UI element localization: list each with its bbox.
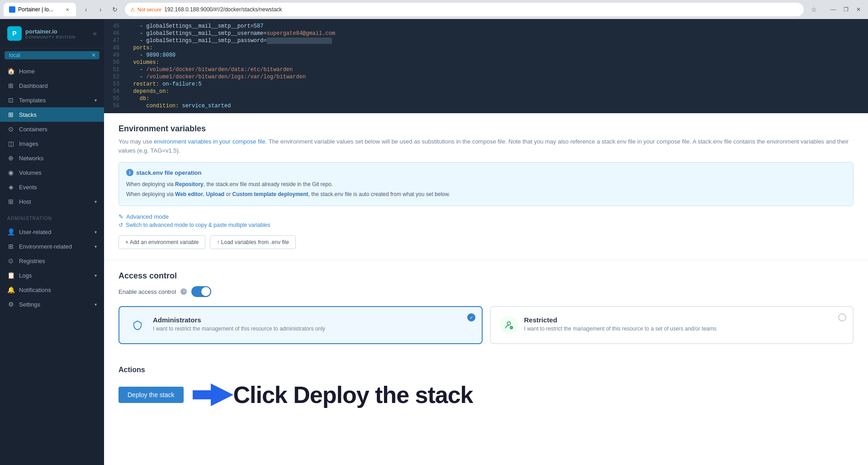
- access-cards-container: Administrators I want to restrict the ma…: [119, 306, 854, 344]
- restore-button[interactable]: ❐: [840, 4, 852, 15]
- sidebar-item-images[interactable]: ◫ Images: [0, 136, 104, 151]
- toggle-track[interactable]: [191, 286, 211, 297]
- info-circle-icon: i: [126, 169, 133, 176]
- restricted-card[interactable]: Restricted I want to restrict the manage…: [490, 306, 854, 344]
- close-window-button[interactable]: ✕: [853, 4, 864, 15]
- admin-card-icon: [128, 316, 147, 334]
- admin-card-radio[interactable]: [467, 313, 475, 321]
- access-control-title: Access control: [119, 271, 854, 281]
- sidebar-item-containers[interactable]: ⊙ Containers: [0, 122, 104, 136]
- env-variables-section: Environment variables You may use enviro…: [104, 113, 868, 260]
- add-env-variable-button[interactable]: + Add an environment variable: [119, 235, 205, 249]
- restricted-card-icon: [500, 316, 518, 334]
- sidebar-item-env-related[interactable]: ⊞ Environment-related ▾: [0, 239, 104, 254]
- enable-access-control-row: Enable access control ?: [119, 286, 854, 297]
- stackenv-info-box: i stack.env file operation When deployin…: [119, 162, 854, 206]
- security-icon: ⚠: [130, 7, 135, 13]
- sidebar-item-templates[interactable]: ⊡ Templates ▾: [0, 93, 104, 107]
- sidebar-label-home: Home: [19, 68, 35, 75]
- sidebar-item-stacks[interactable]: ⊞ Stacks: [0, 107, 104, 122]
- administrators-card[interactable]: Administrators I want to restrict the ma…: [119, 306, 483, 344]
- sidebar-item-home[interactable]: 🏠 Home: [0, 64, 104, 78]
- dashboard-icon: ⊞: [7, 82, 14, 89]
- code-line-54: 54 depends_on:: [104, 88, 868, 95]
- forward-button[interactable]: ›: [94, 3, 107, 16]
- advanced-mode-text: Advanced mode: [126, 213, 169, 220]
- admin-card-title: Administrators: [153, 316, 325, 324]
- networks-icon: ⊕: [7, 154, 14, 162]
- settings-arrow-icon: ▾: [95, 302, 97, 307]
- sidebar-label-user-related: User-related: [19, 229, 52, 235]
- code-line-47: 47 - globalSettings__mail__smtp__passwor…: [104, 37, 868, 44]
- stacks-icon: ⊞: [7, 111, 14, 118]
- web-editor-link[interactable]: Web editor: [175, 191, 203, 197]
- code-line-55: 55 db:: [104, 95, 868, 102]
- admin-card-text: Administrators I want to restrict the ma…: [153, 316, 325, 332]
- templates-arrow-icon: ▾: [95, 98, 97, 103]
- main-nav: 🏠 Home ⊞ Dashboard ⊡ Templates ▾ ⊞ Stack…: [0, 62, 104, 211]
- sidebar-item-user-related[interactable]: 👤 User-related ▾: [0, 225, 104, 239]
- code-editor: 45 - globalSettings__mail__smtp__port=58…: [104, 19, 868, 113]
- logo-area: P portainer.io COMMUNITY EDITION: [7, 26, 76, 41]
- env-compose-link[interactable]: environment variables in your compose fi…: [154, 138, 265, 145]
- arrow-svg: [193, 381, 233, 408]
- env-related-arrow-icon: ▾: [95, 244, 97, 249]
- sidebar-item-registries[interactable]: ⊙ Registries: [0, 254, 104, 268]
- sidebar-label-notifications: Notifications: [19, 287, 51, 293]
- access-control-section: Access control Enable access control ?: [104, 260, 868, 355]
- tab-title: Portainer | lo...: [18, 6, 53, 13]
- switch-mode-link[interactable]: ↺ Switch to advanced mode to copy & past…: [119, 222, 854, 228]
- admin-group-label: Administration: [0, 211, 104, 223]
- sidebar-label-images: Images: [19, 140, 38, 147]
- registries-icon: ⊙: [7, 257, 14, 264]
- sidebar-item-logs[interactable]: 📋 Logs ▾: [0, 268, 104, 283]
- volumes-icon: ◉: [7, 169, 14, 176]
- sidebar-item-host[interactable]: ⊞ Host ▾: [0, 194, 104, 209]
- home-icon: 🏠: [7, 67, 14, 75]
- browser-controls: ‹ › ↻: [80, 3, 121, 16]
- settings-icon: ⚙: [7, 301, 14, 308]
- user-related-arrow-icon: ▾: [95, 230, 97, 235]
- back-button[interactable]: ‹: [80, 3, 92, 16]
- upload-link[interactable]: Upload: [206, 191, 225, 197]
- info-box-title-text: stack.env file operation: [136, 169, 202, 176]
- main-content: 45 - globalSettings__mail__smtp__port=58…: [104, 19, 868, 465]
- env-buttons-row: + Add an environment variable ↑ Load var…: [119, 235, 854, 249]
- env-close-button[interactable]: ✕: [91, 52, 96, 58]
- templates-icon: ⊡: [7, 96, 14, 104]
- refresh-button[interactable]: ↻: [109, 3, 121, 16]
- sidebar-label-env-related: Environment-related: [19, 243, 72, 250]
- sidebar-item-volumes[interactable]: ◉ Volumes: [0, 165, 104, 180]
- deploy-stack-button[interactable]: Deploy the stack: [119, 387, 184, 403]
- admin-card-desc: I want to restrict the management of thi…: [153, 326, 325, 332]
- sidebar-item-notifications[interactable]: 🔔 Notifications: [0, 283, 104, 297]
- load-env-file-button[interactable]: ↑ Load variables from .env file: [210, 235, 295, 249]
- custom-template-link[interactable]: Custom template deployment: [232, 191, 308, 197]
- sidebar-item-dashboard[interactable]: ⊞ Dashboard: [0, 78, 104, 93]
- access-control-toggle[interactable]: [191, 286, 211, 297]
- sidebar-item-events[interactable]: ◈ Events: [0, 180, 104, 194]
- environment-badge[interactable]: local ✕: [5, 51, 100, 59]
- restricted-card-radio[interactable]: [838, 313, 846, 321]
- host-arrow-icon: ▾: [95, 199, 97, 204]
- sidebar-item-networks[interactable]: ⊕ Networks: [0, 151, 104, 165]
- minimize-button[interactable]: —: [827, 4, 839, 15]
- edit-icon: ✎: [119, 213, 123, 220]
- bookmark-button[interactable]: ☆: [807, 3, 820, 16]
- sidebar-item-settings[interactable]: ⚙ Settings ▾: [0, 297, 104, 312]
- code-line-50: 50 volumes:: [104, 59, 868, 66]
- repository-link[interactable]: Repository: [175, 181, 204, 187]
- active-tab[interactable]: Portainer | lo... ✕: [4, 3, 76, 16]
- tab-close-button[interactable]: ✕: [64, 6, 71, 13]
- advanced-mode-link[interactable]: ✎ Advanced mode: [119, 213, 854, 220]
- address-text: 192.168.0.188:9000/#!/2/docker/stacks/ne…: [164, 6, 282, 13]
- annotation-arrow: Click Deploy the stack: [193, 381, 473, 408]
- images-icon: ◫: [7, 140, 14, 147]
- address-bar[interactable]: ⚠ Not secure 192.168.0.188:9000/#!/2/doc…: [125, 3, 804, 16]
- sidebar-label-volumes: Volumes: [19, 169, 42, 176]
- sidebar-label-host: Host: [19, 198, 31, 205]
- sidebar-collapse-button[interactable]: «: [93, 29, 97, 38]
- actions-title: Actions: [119, 366, 854, 374]
- events-icon: ◈: [7, 183, 14, 191]
- host-icon: ⊞: [7, 198, 14, 205]
